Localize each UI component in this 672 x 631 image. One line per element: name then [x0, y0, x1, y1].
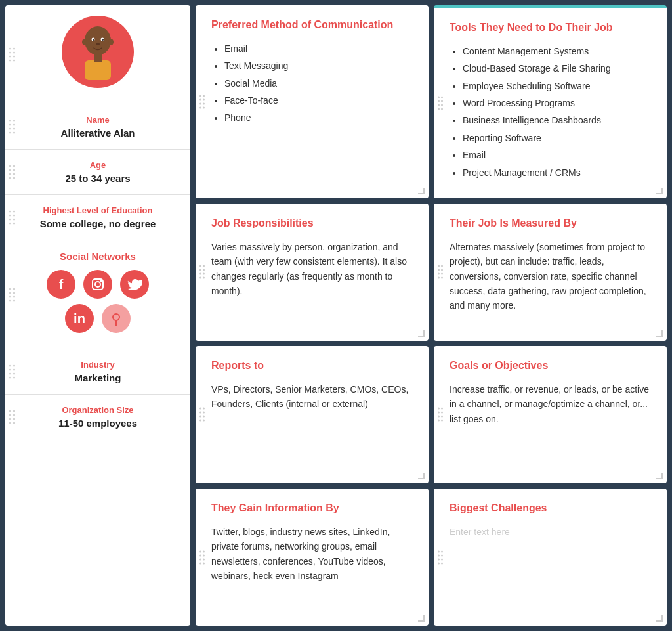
education-value: Some college, no degree: [40, 218, 156, 229]
reports-to-card: Reports to VPs, Directors, Senior Market…: [196, 346, 429, 483]
resize-handle[interactable]: [656, 330, 663, 337]
svg-point-11: [95, 282, 100, 287]
svg-rect-7: [94, 54, 102, 62]
list-item: Content Management Systems: [463, 44, 654, 58]
tools-list: Content Management Systems Cloud-Based S…: [450, 44, 654, 180]
twitter-icon[interactable]: [120, 270, 149, 299]
education-label: Highest Level of Education: [43, 206, 153, 215]
org-size-value: 11-50 employees: [58, 418, 137, 429]
avatar: [62, 16, 134, 88]
name-section: Name Alliterative Alan: [5, 104, 190, 150]
list-item: Project Management / CRMs: [463, 165, 654, 180]
org-size-label: Organization Size: [62, 405, 133, 415]
facebook-icon[interactable]: f: [47, 270, 75, 299]
name-label: Name: [86, 115, 109, 125]
resize-handle[interactable]: [418, 473, 425, 479]
responsibilities-title: Job Responsibilities: [211, 217, 415, 230]
card-drag-gain[interactable]: [200, 550, 205, 564]
resize-handle[interactable]: [418, 615, 425, 622]
svg-point-0: [85, 26, 111, 55]
resize-handle[interactable]: [656, 615, 663, 622]
left-column: Name Alliterative Alan Age 25 to 34 year…: [5, 5, 190, 626]
svg-point-5: [96, 43, 100, 45]
list-item: Email: [224, 41, 415, 56]
social-icons-row-1: f: [47, 270, 149, 299]
drag-handle-name[interactable]: [9, 120, 15, 134]
pinterest-icon[interactable]: [102, 304, 131, 333]
card-drag-goals[interactable]: [438, 408, 443, 422]
card-drag-resp[interactable]: [200, 265, 205, 279]
svg-point-3: [93, 39, 94, 41]
measured-by-title: Their Job Is Measured By: [450, 217, 654, 230]
resize-handle[interactable]: [418, 330, 425, 337]
list-item: Cloud-Based Storage & File Sharing: [463, 61, 654, 76]
page-wrapper: Name Alliterative Alan Age 25 to 34 year…: [0, 0, 672, 631]
list-item: Word Processing Programs: [463, 96, 654, 110]
svg-point-4: [102, 39, 104, 41]
communication-body: Email Text Messaging Social Media Face-T…: [211, 41, 415, 125]
responsibilities-card: Job Responsibilities Varies massively by…: [196, 204, 429, 341]
list-item: Social Media: [224, 76, 415, 91]
cards-row-1: Preferred Method of Communication Email …: [196, 5, 667, 198]
resize-handle[interactable]: [656, 188, 663, 194]
linkedin-icon[interactable]: in: [65, 304, 94, 333]
list-item: Email: [463, 148, 654, 162]
tools-title: Tools They Need to Do Their Job: [450, 21, 654, 35]
resize-handle[interactable]: [656, 473, 663, 479]
list-item: Business Intelligence Dashboards: [463, 113, 654, 127]
reports-to-body: VPs, Directors, Senior Marketers, CMOs, …: [211, 382, 415, 412]
goals-title: Goals or Objectives: [450, 359, 654, 373]
tools-body: Content Management Systems Cloud-Based S…: [450, 44, 654, 180]
reports-to-title: Reports to: [211, 359, 415, 373]
svg-point-9: [108, 39, 114, 45]
card-drag-tools[interactable]: [438, 96, 443, 110]
social-icons-row-2: in: [65, 304, 131, 333]
drag-handle-education[interactable]: [9, 211, 15, 225]
challenges-placeholder: Enter text here: [450, 527, 510, 537]
svg-rect-6: [85, 60, 111, 80]
card-drag-challenges[interactable]: [438, 550, 443, 564]
drag-handle-social[interactable]: [9, 288, 15, 301]
list-item: Reporting Software: [463, 131, 654, 145]
measured-by-body: Alternates massively (sometimes from pro…: [450, 240, 654, 313]
name-value: Alliterative Alan: [61, 127, 135, 139]
instagram-icon[interactable]: [83, 270, 112, 299]
cards-row-3: Reports to VPs, Directors, Senior Market…: [196, 346, 667, 483]
gain-info-body: Twitter, blogs, industry news sites, Lin…: [211, 525, 415, 584]
gain-info-card: They Gain Information By Twitter, blogs,…: [196, 489, 429, 626]
gain-info-title: They Gain Information By: [211, 502, 415, 515]
resize-handle[interactable]: [418, 188, 425, 194]
age-label: Age: [90, 160, 106, 170]
list-item: Phone: [224, 110, 415, 125]
tools-card: Tools They Need to Do Their Job Content …: [434, 5, 667, 198]
card-drag-measured[interactable]: [438, 265, 443, 279]
org-size-section: Organization Size 11-50 employees: [5, 395, 190, 439]
card-drag-reports[interactable]: [200, 408, 205, 422]
avatar-section: [5, 5, 190, 104]
list-item: Employee Scheduling Software: [463, 79, 654, 93]
social-networks-label: Social Networks: [60, 251, 136, 262]
age-value: 25 to 34 years: [65, 173, 130, 184]
communication-list: Email Text Messaging Social Media Face-T…: [211, 41, 415, 125]
industry-value: Marketing: [75, 372, 121, 383]
drag-handle[interactable]: [9, 48, 15, 62]
right-column: Preferred Method of Communication Email …: [196, 5, 667, 626]
drag-handle-industry[interactable]: [9, 365, 15, 379]
education-section: Highest Level of Education Some college,…: [5, 195, 190, 240]
goals-card: Goals or Objectives Increase traffic, or…: [434, 346, 667, 483]
list-item: Text Messaging: [224, 58, 415, 73]
card-drag-comm[interactable]: [200, 95, 205, 108]
goals-body: Increase traffic, or revenue, or leads, …: [450, 382, 654, 426]
challenges-title: Biggest Challenges: [450, 502, 654, 515]
drag-handle-age[interactable]: [9, 165, 15, 179]
communication-title: Preferred Method of Communication: [211, 18, 415, 32]
age-section: Age 25 to 34 years: [5, 150, 190, 195]
cards-row-2: Job Responsibilities Varies massively by…: [196, 204, 667, 341]
challenges-body: Enter text here: [450, 525, 654, 539]
industry-label: Industry: [81, 360, 114, 370]
drag-handle-org[interactable]: [9, 410, 15, 424]
challenges-card: Biggest Challenges Enter text here: [434, 489, 667, 626]
svg-point-12: [100, 280, 102, 282]
communication-card: Preferred Method of Communication Email …: [196, 5, 429, 198]
social-networks-section: Social Networks f in: [5, 240, 190, 349]
